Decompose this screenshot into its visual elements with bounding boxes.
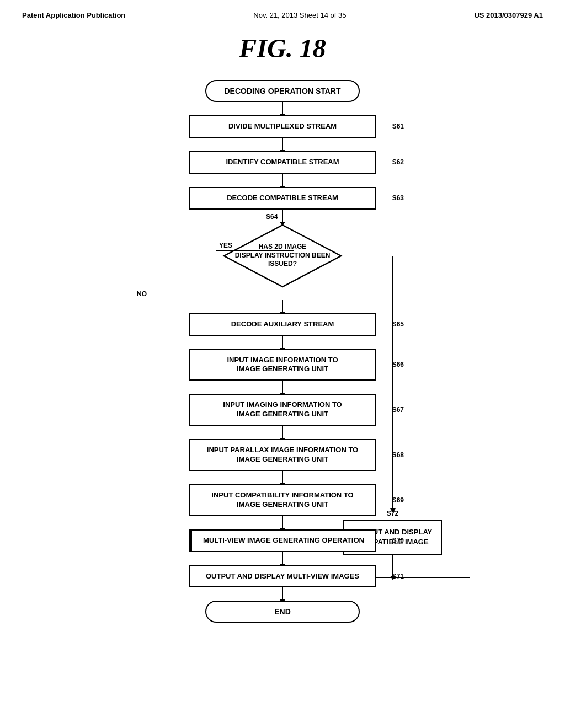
s67-wrapper: INPUT IMAGING INFORMATION TOIMAGE GENERA… xyxy=(189,394,376,426)
s61-label: S61 xyxy=(392,122,404,130)
arrow-s66-s67 xyxy=(282,381,283,394)
arrow-s70-s71 xyxy=(282,552,283,565)
s71-box: OUTPUT AND DISPLAY MULTI-VIEW IMAGES xyxy=(189,565,376,588)
s63-box: DECODE COMPATIBLE STREAM xyxy=(189,187,376,210)
arrow-s62-s63 xyxy=(282,174,283,187)
figure-title: FIG. 18 xyxy=(22,33,543,63)
s62-wrapper: IDENTIFY COMPATIBLE STREAM S62 xyxy=(189,151,376,174)
s66-label: S66 xyxy=(392,361,404,368)
s61-box: DIVIDE MULTIPLEXED STREAM xyxy=(189,115,376,138)
s62-box: IDENTIFY COMPATIBLE STREAM xyxy=(189,151,376,174)
s64-text: HAS 2D IMAGEDISPLAY INSTRUCTION BEENISSU… xyxy=(232,240,333,271)
s71-label: S71 xyxy=(392,572,404,580)
arrow-s67-s68 xyxy=(282,426,283,439)
arrow-s68-s69 xyxy=(282,471,283,484)
s62-label: S62 xyxy=(392,158,404,166)
arrow-start-s61 xyxy=(282,102,283,115)
s69-wrapper: INPUT COMPATIBILITY INFORMATION TOIMAGE … xyxy=(189,484,376,516)
s65-wrapper: DECODE AUXILIARY STREAM S65 xyxy=(189,313,376,336)
start-shape: DECODING OPERATION START xyxy=(205,80,360,102)
s69-box: INPUT COMPATIBILITY INFORMATION TOIMAGE … xyxy=(189,484,376,516)
s67-label: S67 xyxy=(392,406,404,414)
yes-vert-line xyxy=(392,256,393,510)
end-shape: END xyxy=(205,601,360,623)
s68-label: S68 xyxy=(392,451,404,459)
s65-box: DECODE AUXILIARY STREAM xyxy=(189,313,376,336)
arrow-s65-s66 xyxy=(282,336,283,349)
start-node: DECODING OPERATION START xyxy=(205,80,360,102)
s68-box: INPUT PARALLAX IMAGE INFORMATION TOIMAGE… xyxy=(189,439,376,471)
s63-wrapper: DECODE COMPATIBLE STREAM S63 xyxy=(189,187,376,210)
header-publication: Patent Application Publication xyxy=(22,11,125,19)
s70-wrapper: MULTI-VIEW IMAGE GENERATING OPERATION S7… xyxy=(189,529,376,552)
s67-box: INPUT IMAGING INFORMATION TOIMAGE GENERA… xyxy=(189,394,376,426)
s66-wrapper: INPUT IMAGE INFORMATION TOIMAGE GENERATI… xyxy=(189,349,376,381)
s66-box: INPUT IMAGE INFORMATION TOIMAGE GENERATI… xyxy=(189,349,376,381)
s71-wrapper: OUTPUT AND DISPLAY MULTI-VIEW IMAGES S71 xyxy=(189,565,376,588)
yes-label: YES xyxy=(219,242,232,249)
s64-label: S64 xyxy=(266,213,278,221)
header-patent-number: US 2013/0307929 A1 xyxy=(474,11,543,19)
s64-section: S64 HAS 2D IMAGEDISPLAY INSTRUCTION BEEN… xyxy=(95,223,470,289)
end-node: END xyxy=(205,601,360,623)
flowchart: DECODING OPERATION START DIVIDE MULTIPLE… xyxy=(22,80,543,623)
arrow-s69-s70 xyxy=(282,516,283,529)
s63-label: S63 xyxy=(392,194,404,202)
arrow-s63-s64 xyxy=(282,210,283,223)
s65-label: S65 xyxy=(392,320,404,328)
no-label: NO xyxy=(137,290,147,298)
s68-wrapper: INPUT PARALLAX IMAGE INFORMATION TOIMAGE… xyxy=(189,439,376,471)
s69-label: S69 xyxy=(392,496,404,504)
s70-box: MULTI-VIEW IMAGE GENERATING OPERATION xyxy=(189,529,376,552)
arrow-s64-s65 xyxy=(282,300,283,313)
s61-wrapper: DIVIDE MULTIPLEXED STREAM S61 xyxy=(189,115,376,138)
page: Patent Application Publication Nov. 21, … xyxy=(0,0,565,728)
page-header: Patent Application Publication Nov. 21, … xyxy=(22,11,543,22)
s70-label: S70 xyxy=(392,537,404,544)
arrow-s71-end xyxy=(282,587,283,601)
yes-arrow-down xyxy=(390,508,396,513)
header-date-sheet: Nov. 21, 2013 Sheet 14 of 35 xyxy=(253,11,346,19)
arrow-s61-s62 xyxy=(282,138,283,151)
